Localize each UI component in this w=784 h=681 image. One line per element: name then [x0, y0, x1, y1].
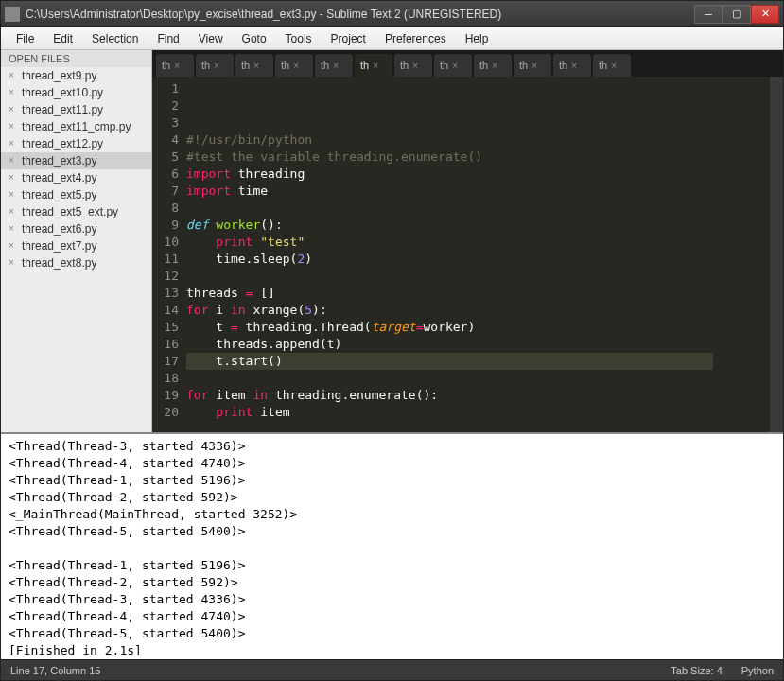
editor-tab[interactable]: th× — [275, 54, 313, 77]
close-icon[interactable]: × — [7, 258, 16, 268]
line-number: 8 — [152, 200, 179, 217]
close-icon[interactable]: × — [7, 173, 16, 183]
statusbar: Line 17, Column 15 Tab Size: 4 Python — [1, 659, 783, 680]
close-icon[interactable]: × — [7, 190, 16, 200]
editor-tab[interactable]: th× — [593, 54, 631, 77]
code-line[interactable]: def worker(): — [186, 217, 713, 234]
tab-label: th — [479, 60, 488, 71]
line-number: 12 — [152, 268, 179, 285]
menu-edit[interactable]: Edit — [44, 29, 82, 48]
vertical-scrollbar[interactable] — [770, 77, 783, 432]
open-file-item[interactable]: ×thread_ext11.py — [1, 101, 151, 118]
code-line[interactable]: t = threading.Thread(target=worker) — [186, 319, 713, 336]
open-file-item[interactable]: ×thread_ext10.py — [1, 84, 151, 101]
close-icon[interactable]: × — [174, 61, 180, 71]
code-line[interactable] — [186, 421, 713, 432]
close-icon[interactable]: × — [571, 61, 577, 71]
close-icon[interactable]: × — [611, 61, 617, 71]
menu-tools[interactable]: Tools — [276, 29, 322, 48]
titlebar[interactable]: C:\Users\Administrator\Desktop\py_excise… — [1, 1, 783, 27]
menu-project[interactable]: Project — [322, 29, 375, 48]
menu-selection[interactable]: Selection — [82, 29, 148, 48]
menu-goto[interactable]: Goto — [233, 29, 276, 48]
code-editor[interactable]: #!/usr/bin/python#test the variable thre… — [186, 77, 713, 432]
close-icon[interactable]: × — [7, 207, 16, 217]
code-line[interactable]: print item — [186, 404, 713, 421]
code-line[interactable]: for i in xrange(5): — [186, 302, 713, 319]
close-icon[interactable]: × — [214, 61, 219, 71]
editor-tab[interactable]: th× — [355, 54, 392, 77]
code-line[interactable] — [186, 200, 713, 217]
editor-tab[interactable]: th× — [394, 54, 432, 77]
code-line[interactable]: print "test" — [186, 234, 713, 251]
menu-file[interactable]: File — [7, 29, 44, 48]
close-icon[interactable]: × — [293, 61, 299, 71]
editor-tab[interactable]: th× — [553, 54, 591, 77]
editor-tab[interactable]: th× — [514, 54, 551, 77]
line-number: 5 — [152, 148, 179, 166]
menu-help[interactable]: Help — [456, 29, 498, 48]
close-icon[interactable]: × — [373, 61, 378, 71]
close-icon[interactable]: × — [7, 241, 16, 251]
editor-tab[interactable]: th× — [474, 54, 512, 77]
code-line[interactable] — [186, 268, 713, 285]
open-file-item[interactable]: ×thread_ext9.py — [1, 67, 151, 84]
editor-tab[interactable]: th× — [434, 54, 472, 77]
status-syntax[interactable]: Python — [741, 665, 774, 676]
close-icon[interactable]: × — [7, 224, 16, 234]
code-line[interactable]: threads.append(t) — [186, 336, 713, 353]
code-line[interactable]: threads = [] — [186, 285, 713, 302]
open-file-item[interactable]: ×thread_ext5.py — [1, 186, 151, 203]
menu-find[interactable]: Find — [148, 29, 188, 48]
menubar: FileEditSelectionFindViewGotoToolsProjec… — [1, 27, 783, 50]
open-file-item[interactable]: ×thread_ext4.py — [1, 169, 151, 186]
code-line[interactable]: import threading — [186, 166, 713, 183]
close-icon[interactable]: × — [412, 61, 418, 71]
code-line[interactable]: #!/usr/bin/python — [186, 131, 713, 148]
status-position[interactable]: Line 17, Column 15 — [10, 665, 671, 676]
code-area: 1234567891011121314151617181920 #!/usr/b… — [152, 77, 783, 432]
close-icon[interactable]: × — [7, 71, 16, 80]
close-icon[interactable]: × — [531, 61, 537, 71]
close-icon[interactable]: × — [7, 156, 16, 166]
code-line[interactable]: time.sleep(2) — [186, 251, 713, 268]
code-line[interactable]: #test the variable threading.enumerate() — [186, 148, 713, 166]
close-button[interactable]: ✕ — [751, 5, 779, 24]
line-number: 15 — [152, 319, 179, 336]
open-file-item[interactable]: ×thread_ext3.py — [1, 152, 151, 169]
editor-tab[interactable]: th× — [196, 54, 234, 77]
open-file-item[interactable]: ×thread_ext7.py — [1, 237, 151, 254]
line-number: 19 — [152, 387, 179, 404]
close-icon[interactable]: × — [452, 61, 458, 71]
open-file-item[interactable]: ×thread_ext5_ext.py — [1, 203, 151, 220]
open-file-item[interactable]: ×thread_ext11_cmp.py — [1, 118, 151, 135]
close-icon[interactable]: × — [7, 105, 16, 114]
close-icon[interactable]: × — [7, 122, 16, 131]
line-number: 14 — [152, 302, 179, 319]
open-file-item[interactable]: ×thread_ext6.py — [1, 220, 151, 237]
close-icon[interactable]: × — [253, 61, 259, 71]
open-file-item[interactable]: ×thread_ext12.py — [1, 135, 151, 152]
line-gutter: 1234567891011121314151617181920 — [152, 77, 186, 432]
minimize-button[interactable]: ─ — [694, 5, 723, 24]
code-line[interactable]: import time — [186, 183, 713, 200]
minimap[interactable] — [713, 77, 770, 432]
close-icon[interactable]: × — [333, 61, 339, 71]
status-tabsize[interactable]: Tab Size: 4 — [671, 665, 722, 676]
code-line[interactable]: t.start() — [186, 353, 713, 370]
close-icon[interactable]: × — [7, 139, 16, 148]
tab-label: th — [360, 60, 369, 71]
menu-preferences[interactable]: Preferences — [375, 29, 456, 48]
open-file-item[interactable]: ×thread_ext8.py — [1, 254, 151, 271]
editor-tab[interactable]: th× — [156, 54, 194, 77]
output-console[interactable]: <Thread(Thread-3, started 4336)> <Thread… — [1, 432, 783, 659]
code-line[interactable] — [186, 370, 713, 387]
editor-tab[interactable]: th× — [315, 54, 353, 77]
code-line[interactable]: for item in threading.enumerate(): — [186, 387, 713, 404]
close-icon[interactable]: × — [492, 61, 497, 71]
editor-tab[interactable]: th× — [235, 54, 273, 77]
line-number: 2 — [152, 97, 179, 114]
menu-view[interactable]: View — [189, 29, 233, 48]
maximize-button[interactable]: ▢ — [723, 5, 751, 24]
close-icon[interactable]: × — [7, 88, 16, 97]
